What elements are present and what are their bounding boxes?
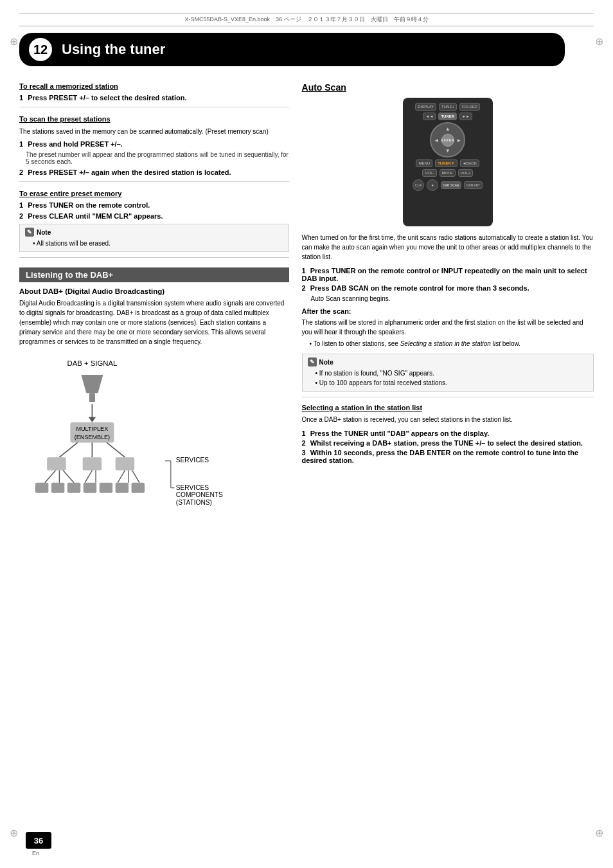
scan-step1-desc: The preset number will appear and the pr… <box>26 151 289 165</box>
clear-btn: CLR <box>413 179 424 191</box>
components-label-2: COMPONENTS <box>176 491 223 498</box>
svc-box-1 <box>47 457 66 470</box>
nav-left: ◄ <box>434 137 439 143</box>
multiplex-label-1: MULTIPLEX <box>76 426 109 432</box>
auto-scan-body: When turned on for the first time, the u… <box>302 233 594 262</box>
right-step1: 1 Press TUNER on the remote control or I… <box>302 267 594 282</box>
corner-mark-bl: ⊕ <box>10 827 18 839</box>
chapter-number: 12 <box>29 38 52 61</box>
bottom-btn2: ★ <box>427 179 438 191</box>
menu-btn: MENU <box>416 159 432 167</box>
dab-sub-heading: About DAB+ (Digital Audio Broadcasting) <box>19 287 289 295</box>
tune-plus-btn: TUNE+ <box>439 103 457 111</box>
note-icon-2: ✎ <box>308 357 317 366</box>
erase-step1: 1 Press TUNER on the remote control. <box>19 201 289 209</box>
dab-body: Digital Audio Broadcasting is a digital … <box>19 298 289 347</box>
sub-branch-4 <box>85 471 92 483</box>
right-step2-text: Press DAB SCAN on the remote control for… <box>310 284 529 292</box>
comp-box-7 <box>132 483 145 493</box>
nav-enter: ENTER <box>441 134 454 147</box>
remote-img: DISPLAY TUNE+ FOLDER ◄◄ TUNER ►► <box>403 98 493 226</box>
note-title-1: ✎ Note <box>25 228 283 237</box>
nav-down: ▼ <box>445 148 450 154</box>
select-step1-text: Press the TUNER until "DAB" appears on t… <box>310 429 490 437</box>
remote-menu-row: MENU TUNER▼ ◄BACK <box>408 159 488 167</box>
signal-pole <box>89 393 95 402</box>
preset-plus-btn: ►► <box>459 113 472 120</box>
page-number: 36 <box>26 832 51 849</box>
corner-mark-tl: ⊕ <box>10 35 18 48</box>
arrowhead-1 <box>89 417 96 422</box>
svc-box-3 <box>116 457 134 470</box>
corner-mark-br: ⊕ <box>595 827 603 839</box>
comp-box-2 <box>51 483 64 493</box>
after-scan-heading: After the scan: <box>302 307 594 315</box>
chapter-title: Using the tuner <box>62 41 165 58</box>
nav-outer: ▲ ▼ ◄ ► ENTER <box>430 122 465 158</box>
step-num: 2 <box>19 212 23 220</box>
step-num: 1 <box>302 267 306 275</box>
dab-scan-btn: DAB SCAN <box>441 181 461 189</box>
after-scan-bullet-end: below. <box>502 340 520 347</box>
nav-up: ▲ <box>445 126 450 132</box>
step-num: 1 <box>19 201 23 209</box>
recall-step1: 1 Press PRESET +/– to select the desired… <box>19 94 289 102</box>
recall-heading: To recall a memorized station <box>19 82 289 90</box>
sub-branch-6 <box>118 471 125 483</box>
tuner-btn: TUNER <box>438 113 457 120</box>
note2-bullet2: Up to 100 appears for total received sta… <box>308 378 588 388</box>
dab-enter-btn: DAB ENT <box>464 181 483 189</box>
remote-nav: ▲ ▼ ◄ ► ENTER <box>430 122 465 158</box>
dab-diagram-svg: DAB + SIGNAL MULTIPLEX (ENSEMBLE) <box>19 353 289 506</box>
note-box-1: ✎ Note All stations will be erased. <box>19 224 289 252</box>
note-title-2: ✎ Note <box>308 357 588 366</box>
back-btn: ◄BACK <box>460 159 479 167</box>
svc-box-2 <box>83 457 102 470</box>
select-step1: 1 Press the TUNER until "DAB" appears on… <box>302 429 594 437</box>
scan-step2-text: Press PRESET +/– again when the desired … <box>28 168 231 176</box>
after-scan-body: The stations will be stored in alphanume… <box>302 318 594 337</box>
sub-branch-1 <box>45 471 56 483</box>
step-num: 2 <box>19 168 23 176</box>
folder-btn: FOLDER <box>459 103 480 111</box>
recall-step1-text: Press PRESET +/– to select the desired s… <box>28 94 186 102</box>
remote-vol-row: VOL- MUTE VOL+ <box>408 169 488 177</box>
select-step3-text: Within 10 seconds, press the DAB ENTER o… <box>302 449 579 464</box>
scan-desc: The stations saved in the memory can be … <box>19 127 289 136</box>
right-step2-sub: Auto Scan scanning begins. <box>311 294 594 303</box>
scan-heading: To scan the preset stations <box>19 115 289 123</box>
right-column: Auto Scan DISPLAY TUNE+ FOLDER ◄◄ <box>302 82 594 494</box>
content-area: To recall a memorized station 1 Press PR… <box>19 82 594 494</box>
select-station-heading: Selecting a station in the station list <box>302 404 594 411</box>
scan-step1: 1 Press and hold PRESET +/–. <box>19 140 289 148</box>
multiplex-label-2: (ENSEMBLE) <box>75 434 110 440</box>
preset-minus-btn: ◄◄ <box>423 113 436 120</box>
page-lang: En <box>32 850 39 856</box>
remote-control-image: DISPLAY TUNE+ FOLDER ◄◄ TUNER ►► <box>400 98 496 226</box>
sub-branch-3 <box>63 471 74 483</box>
branch-3 <box>107 442 125 457</box>
comp-box-6 <box>116 483 129 493</box>
dab-diagram: DAB + SIGNAL MULTIPLEX (ENSEMBLE) <box>19 353 289 488</box>
page: ⊕ ⊕ ⊕ ⊕ X-SMC55DAB-S_VXE8_En.book 36 ページ… <box>0 0 613 868</box>
vol-minus-btn: VOL- <box>422 169 436 177</box>
after-scan-bullet: • To listen to other stations, see Selec… <box>302 339 594 348</box>
divider-2 <box>19 181 289 182</box>
right-step1-text: Press TUNER on the remote control or INP… <box>302 267 587 282</box>
components-label-1: SERVICES <box>176 484 209 491</box>
step-num: 1 <box>19 140 23 148</box>
remote-buttons: DISPLAY TUNE+ FOLDER ◄◄ TUNER ►► <box>403 98 493 198</box>
meta-line: X-SMC55DAB-S_VXE8_En.book 36 ページ ２０１３年７月… <box>19 13 594 26</box>
chapter-header: 12 Using the tuner <box>19 33 565 66</box>
comp-box-1 <box>35 483 48 493</box>
step-num: 2 <box>302 439 306 447</box>
step-num: 2 <box>302 284 306 292</box>
display-btn: DISPLAY <box>415 103 436 111</box>
divider-right-1 <box>302 397 594 397</box>
remote-top-row: DISPLAY TUNE+ FOLDER <box>408 103 488 111</box>
comp-box-4 <box>84 483 96 493</box>
erase-heading: To erase entire preset memory <box>19 190 289 197</box>
left-column: To recall a memorized station 1 Press PR… <box>19 82 289 494</box>
corner-mark-tr: ⊕ <box>595 35 603 48</box>
scan-step2: 2 Press PRESET +/– again when the desire… <box>19 168 289 176</box>
